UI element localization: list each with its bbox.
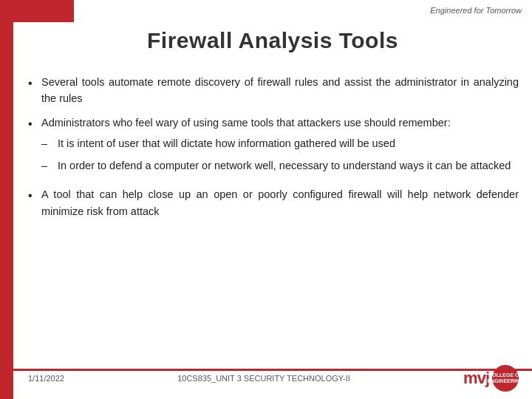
bullet-item-1: • Several tools automate remote discover… (28, 74, 519, 107)
bullet-dot-2: • (28, 115, 41, 134)
main-bullet-list: • Several tools automate remote discover… (28, 74, 519, 219)
footer-center-text: 10CS835_UNIT 3 SECURITY TECHNOLOGY-II (177, 374, 350, 383)
slide-title: Firewall Analysis Tools (147, 28, 398, 52)
mvj-text: mvj (463, 369, 489, 388)
sub-bullet-item-1: – It is intent of user that will dictate… (41, 135, 519, 151)
mvj-badge-text: COLLEGE OF ENGINEERING (488, 372, 524, 385)
sub-bullet-list: – It is intent of user that will dictate… (41, 135, 519, 174)
sub-bullet-item-2: – In order to defend a computer or netwo… (41, 157, 519, 174)
footer: 1/11/2022 10CS835_UNIT 3 SECURITY TECHNO… (28, 365, 519, 392)
bullet-item-2: • Administrators who feel wary of using … (28, 115, 519, 179)
red-left-bar (0, 0, 13, 399)
engineered-header: Engineered for Tomorrow (430, 6, 522, 15)
sub-text-1: It is intent of user that will dictate h… (58, 135, 395, 151)
content-area: • Several tools automate remote discover… (28, 74, 519, 358)
bullet-dot-1: • (28, 75, 41, 93)
mvj-logo: mvj COLLEGE OF ENGINEERING (463, 365, 519, 392)
bullet-item-3: • A tool that can help close up an open … (28, 186, 519, 219)
engineered-text: Engineered for Tomorrow (430, 6, 522, 15)
dash-2: – (41, 157, 58, 174)
bullet-text-1: Several tools automate remote discovery … (41, 74, 519, 107)
slide: Engineered for Tomorrow Firewall Analysi… (0, 0, 532, 399)
bullet-text-3: A tool that can help close up an open or… (41, 186, 519, 219)
dash-1: – (41, 135, 58, 151)
bullet-dot-3: • (28, 187, 41, 205)
title-area: Firewall Analysis Tools (13, 28, 532, 53)
bullet-text-2: Administrators who feel wary of using sa… (41, 115, 519, 179)
mvj-badge: COLLEGE OF ENGINEERING (492, 365, 519, 392)
sub-text-2: In order to defend a computer or network… (58, 157, 511, 174)
footer-date: 1/11/2022 (28, 374, 64, 383)
